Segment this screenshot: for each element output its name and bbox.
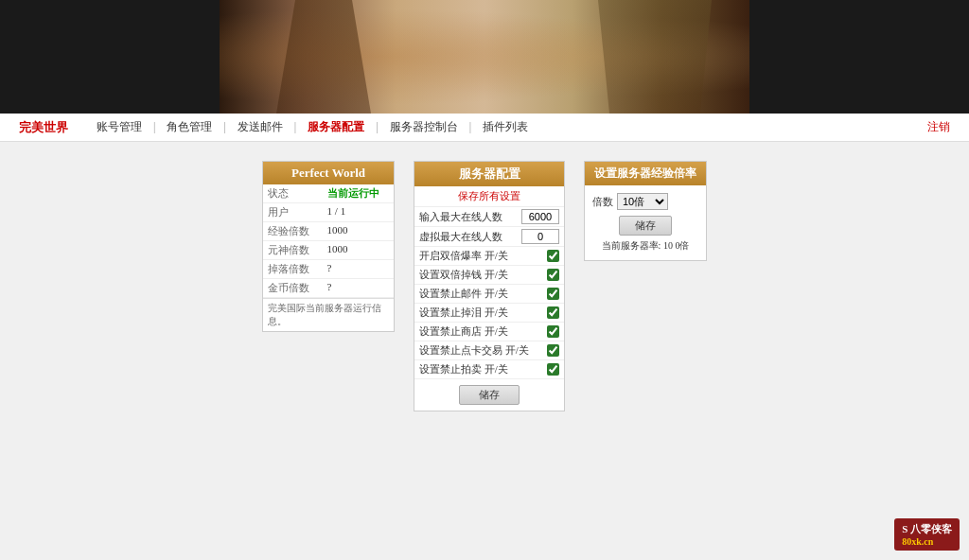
exp-rate-row: 倍数 10倍5倍2倍1倍20倍50倍100倍 <box>592 193 698 210</box>
config-text-input-1[interactable] <box>521 229 559 244</box>
status-value: ? <box>323 279 394 298</box>
status-table: 状态当前运行中用户1 / 1经验倍数1000元神倍数1000掉落倍数?金币倍数? <box>263 184 394 298</box>
config-checkbox-2[interactable] <box>547 250 559 262</box>
config-row-label: 设置禁止掉泪 开/关 <box>419 306 543 320</box>
status-note: 完美国际当前服务器运行信息。 <box>263 298 394 331</box>
config-row: 输入最大在线人数 <box>414 207 564 227</box>
status-label: 用户 <box>263 203 323 222</box>
status-value: 1 / 1 <box>323 203 394 222</box>
exp-rate-panel: 设置服务器经验倍率 倍数 10倍5倍2倍1倍20倍50倍100倍 储存 当前服务… <box>584 161 707 261</box>
config-checkbox-7[interactable] <box>547 344 559 357</box>
config-row: 开启双倍爆率 开/关 <box>414 247 564 266</box>
watermark-line1: S 八零侠客 <box>902 522 952 536</box>
server-config-panel: 服务器配置 保存所有设置 输入最大在线人数虚拟最大在线人数开启双倍爆率 开/关设… <box>414 161 565 411</box>
config-row: 设置禁止点卡交易 开/关 <box>414 341 564 360</box>
config-row: 设置禁止商店 开/关 <box>414 323 564 341</box>
config-checkbox-6[interactable] <box>547 325 559 338</box>
navbar: 完美世界 账号管理 | 角色管理 | 发送邮件 | 服务器配置 | 服务器控制台… <box>0 114 969 142</box>
config-row: 设置禁止邮件 开/关 <box>414 285 564 304</box>
config-row-label: 设置禁止商店 开/关 <box>419 324 543 339</box>
config-row-label: 输入最大在线人数 <box>419 210 518 224</box>
config-row-label: 设置禁止邮件 开/关 <box>419 287 543 301</box>
server-status-title: Perfect World <box>263 162 394 184</box>
main-content: Perfect World 状态当前运行中用户1 / 1经验倍数1000元神倍数… <box>0 142 969 430</box>
watermark-badge: S 八零侠客 80xk.cn <box>894 518 960 551</box>
nav-server-config[interactable]: 服务器配置 <box>298 117 374 137</box>
config-text-input-0[interactable] <box>521 209 559 224</box>
config-row-label: 设置双倍掉钱 开/关 <box>419 268 543 282</box>
exp-rate-current: 当前服务器率: 10 0倍 <box>592 239 698 253</box>
status-label: 状态 <box>263 184 323 203</box>
config-checkbox-3[interactable] <box>547 269 559 281</box>
config-row-label: 设置禁止点卡交易 开/关 <box>419 343 543 358</box>
config-row-label: 设置禁止拍卖 开/关 <box>419 362 543 376</box>
status-label: 掉落倍数 <box>263 260 323 279</box>
nav-plugins[interactable]: 插件列表 <box>473 117 537 137</box>
nav-server-console[interactable]: 服务器控制台 <box>380 117 467 137</box>
watermark-line2: 80xk.cn <box>902 536 952 547</box>
exp-rate-title: 设置服务器经验倍率 <box>585 162 706 185</box>
config-row-label: 虚拟最大在线人数 <box>419 230 518 244</box>
config-checkbox-4[interactable] <box>547 288 559 300</box>
status-value: 1000 <box>323 241 394 260</box>
status-label: 元神倍数 <box>263 241 323 260</box>
banner-image <box>220 0 749 114</box>
status-label: 经验倍数 <box>263 222 323 241</box>
server-status-panel: Perfect World 状态当前运行中用户1 / 1经验倍数1000元神倍数… <box>262 161 395 332</box>
nav-account[interactable]: 账号管理 <box>87 117 151 137</box>
exp-rate-label: 倍数 <box>592 195 613 209</box>
status-value: ? <box>323 260 394 279</box>
nav-character[interactable]: 角色管理 <box>157 117 221 137</box>
exp-rate-select[interactable]: 10倍5倍2倍1倍20倍50倍100倍 <box>617 193 668 210</box>
status-value: 1000 <box>323 222 394 241</box>
exp-rate-save-button[interactable]: 储存 <box>619 216 672 236</box>
config-title: 服务器配置 <box>414 162 564 186</box>
config-row: 设置禁止掉泪 开/关 <box>414 304 564 323</box>
exp-rate-content: 倍数 10倍5倍2倍1倍20倍50倍100倍 储存 当前服务器率: 10 0倍 <box>585 185 706 260</box>
nav-mail[interactable]: 发送邮件 <box>228 117 292 137</box>
config-save-button[interactable]: 储存 <box>459 385 520 405</box>
banner-figure-right <box>598 0 712 114</box>
site-brand: 完美世界 <box>19 119 68 136</box>
config-subtitle: 保存所有设置 <box>414 186 564 207</box>
config-rows: 输入最大在线人数虚拟最大在线人数开启双倍爆率 开/关设置双倍掉钱 开/关设置禁止… <box>414 207 564 379</box>
config-row: 设置禁止拍卖 开/关 <box>414 360 564 379</box>
logout-button[interactable]: 注销 <box>927 119 950 135</box>
header-banner <box>0 0 969 114</box>
config-checkbox-5[interactable] <box>547 306 559 319</box>
config-row: 虚拟最大在线人数 <box>414 227 564 247</box>
status-label: 金币倍数 <box>263 279 323 298</box>
config-checkbox-8[interactable] <box>547 363 559 376</box>
config-row: 设置双倍掉钱 开/关 <box>414 266 564 285</box>
config-row-label: 开启双倍爆率 开/关 <box>419 249 543 263</box>
status-value: 当前运行中 <box>323 184 394 203</box>
